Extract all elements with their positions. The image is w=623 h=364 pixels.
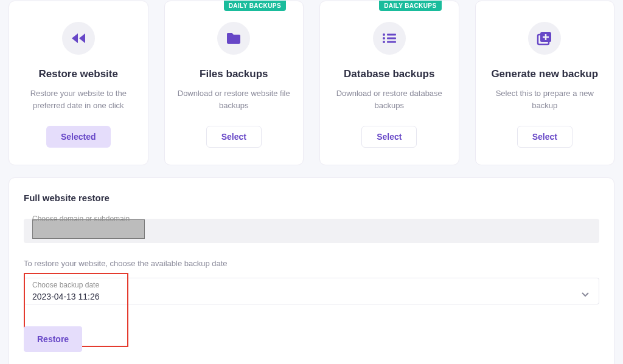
- restore-button[interactable]: Restore: [24, 326, 82, 352]
- svg-point-0: [383, 33, 385, 36]
- card-restore-website: Restore website Restore your website to …: [9, 1, 148, 165]
- card-files-backups: DAILY BACKUPS Files backups Download or …: [164, 1, 304, 165]
- panel-title: Full website restore: [24, 193, 599, 203]
- rewind-icon: [62, 22, 95, 55]
- folder-icon: [217, 22, 250, 55]
- card-title: Restore website: [21, 68, 136, 80]
- chevron-down-icon: [582, 289, 589, 300]
- backup-date-select[interactable]: Choose backup date: [24, 278, 599, 304]
- card-generate-backup: Generate new backup Select this to prepa…: [475, 1, 615, 165]
- full-restore-panel: Full website restore Choose domain or su…: [9, 177, 614, 364]
- date-value: 2023-04-13 11:26: [32, 292, 100, 301]
- daily-backups-badge: DAILY BACKUPS: [379, 1, 441, 11]
- svg-rect-3: [387, 38, 396, 39]
- selected-button[interactable]: Selected: [46, 126, 111, 148]
- backup-cards-row: Restore website Restore your website to …: [0, 0, 623, 165]
- svg-rect-1: [387, 34, 396, 36]
- restore-hint: To restore your website, choose the avai…: [24, 259, 599, 268]
- list-icon: [373, 22, 406, 55]
- card-desc: Restore your website to the preferred da…: [21, 88, 136, 111]
- svg-rect-5: [387, 41, 396, 43]
- card-database-backups: DAILY BACKUPS Database backups Download …: [319, 1, 459, 165]
- select-button[interactable]: Select: [206, 126, 262, 148]
- domain-select-row: Choose domain or subdomain: [24, 219, 599, 243]
- add-file-icon: [528, 22, 561, 55]
- svg-point-2: [383, 37, 385, 39]
- card-desc: Download or restore website file backups: [177, 88, 291, 111]
- card-title: Database backups: [332, 68, 447, 80]
- date-label: Choose backup date: [32, 281, 99, 289]
- card-title: Generate new backup: [488, 68, 602, 80]
- select-button[interactable]: Select: [517, 126, 573, 148]
- select-button[interactable]: Select: [361, 126, 417, 148]
- card-desc: Download or restore database backups: [332, 88, 447, 111]
- card-title: Files backups: [177, 68, 291, 80]
- daily-backups-badge: DAILY BACKUPS: [224, 1, 286, 11]
- card-desc: Select this to prepare a new backup: [488, 88, 602, 111]
- domain-label: Choose domain or subdomain: [32, 215, 130, 223]
- svg-point-4: [383, 41, 385, 43]
